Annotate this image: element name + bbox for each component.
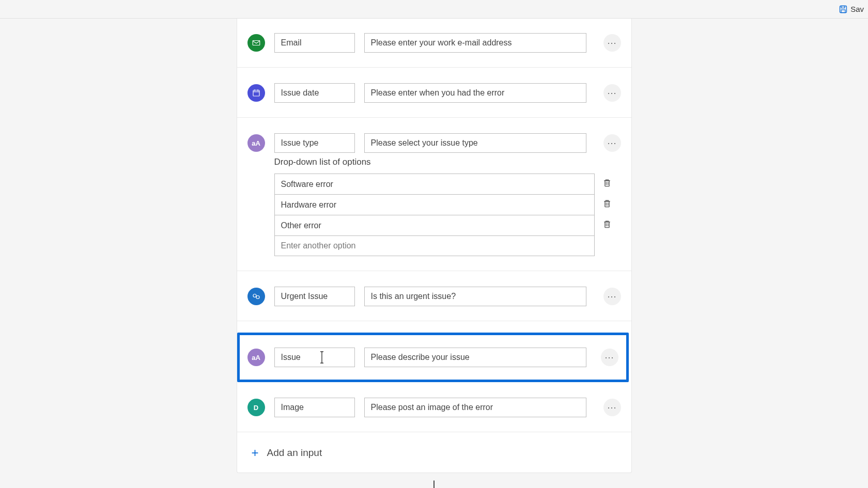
delete-option-button[interactable] xyxy=(602,219,614,231)
svg-point-18 xyxy=(256,296,259,299)
option-row xyxy=(274,174,621,194)
option-input-2[interactable] xyxy=(274,215,595,235)
email-icon xyxy=(247,34,265,52)
save-icon xyxy=(839,5,847,13)
svg-rect-14 xyxy=(605,222,609,228)
ellipsis-icon: ··· xyxy=(607,403,616,412)
option-row xyxy=(274,194,621,215)
option-row xyxy=(274,215,621,235)
ellipsis-icon: ··· xyxy=(607,88,616,98)
flow-arrow xyxy=(427,479,441,488)
type-more-button[interactable]: ··· xyxy=(603,134,621,152)
image-name-input[interactable] xyxy=(274,398,355,417)
trigger-card: ··· ··· aA ··· Drop-down list of opti xyxy=(237,19,632,473)
delete-option-button[interactable] xyxy=(602,198,614,211)
email-name-input[interactable] xyxy=(274,33,355,53)
email-more-button[interactable]: ··· xyxy=(603,34,621,52)
svg-rect-3 xyxy=(253,41,260,45)
option-input-1[interactable] xyxy=(274,194,595,215)
svg-rect-4 xyxy=(253,90,259,96)
arrow-down-icon xyxy=(427,479,441,488)
email-desc-input[interactable] xyxy=(364,33,586,53)
trash-icon xyxy=(602,198,612,209)
text-icon: aA xyxy=(247,349,265,366)
svg-point-17 xyxy=(253,294,256,297)
field-row-type: aA ··· xyxy=(237,129,631,157)
option-input-new[interactable] xyxy=(274,235,595,256)
field-row-urgent: ··· xyxy=(237,282,631,321)
add-input-label: Add an input xyxy=(267,447,322,459)
issue-desc-input[interactable] xyxy=(364,348,586,367)
svg-rect-8 xyxy=(605,181,609,186)
urgent-name-input[interactable] xyxy=(274,287,355,306)
image-desc-input[interactable] xyxy=(364,398,586,417)
plus-icon: + xyxy=(252,446,259,460)
ellipsis-icon: ··· xyxy=(607,292,616,301)
field-row-email: ··· xyxy=(237,29,631,68)
svg-rect-1 xyxy=(841,6,845,8)
date-desc-input[interactable] xyxy=(364,83,586,103)
canvas: ··· ··· aA ··· Drop-down list of opti xyxy=(0,19,868,488)
text-icon: aA xyxy=(247,134,265,152)
add-input-button[interactable]: + Add an input xyxy=(237,439,631,473)
save-button[interactable]: Sav xyxy=(839,5,864,13)
field-row-issue-highlighted: aA ··· xyxy=(237,333,629,382)
dropdown-options-section: Drop-down list of options xyxy=(237,157,631,271)
trash-icon xyxy=(602,178,612,188)
save-label: Sav xyxy=(850,5,864,13)
option-input-0[interactable] xyxy=(274,174,595,194)
date-name-input[interactable] xyxy=(274,83,355,103)
issue-name-input[interactable] xyxy=(274,348,355,367)
urgent-desc-input[interactable] xyxy=(364,287,586,306)
ellipsis-icon: ··· xyxy=(607,38,616,48)
field-row-date: ··· xyxy=(237,79,631,118)
date-more-button[interactable]: ··· xyxy=(603,84,621,102)
ellipsis-icon: ··· xyxy=(605,353,614,362)
svg-rect-11 xyxy=(605,201,609,207)
dropdown-options-label: Drop-down list of options xyxy=(274,157,621,167)
boolean-icon xyxy=(247,288,265,305)
option-row-new xyxy=(274,235,621,256)
type-desc-input[interactable] xyxy=(364,133,586,153)
type-name-input[interactable] xyxy=(274,133,355,153)
field-row-image: D ··· xyxy=(237,393,631,432)
svg-rect-2 xyxy=(841,10,845,13)
ellipsis-icon: ··· xyxy=(607,138,616,148)
file-icon: D xyxy=(247,399,265,416)
issue-more-button[interactable]: ··· xyxy=(601,349,618,366)
delete-option-button[interactable] xyxy=(602,178,614,190)
trash-icon xyxy=(602,219,612,229)
urgent-more-button[interactable]: ··· xyxy=(603,288,621,305)
text-cursor-icon xyxy=(319,351,325,364)
image-more-button[interactable]: ··· xyxy=(603,399,621,416)
top-toolbar: Sav xyxy=(0,0,868,19)
calendar-icon xyxy=(247,84,265,102)
